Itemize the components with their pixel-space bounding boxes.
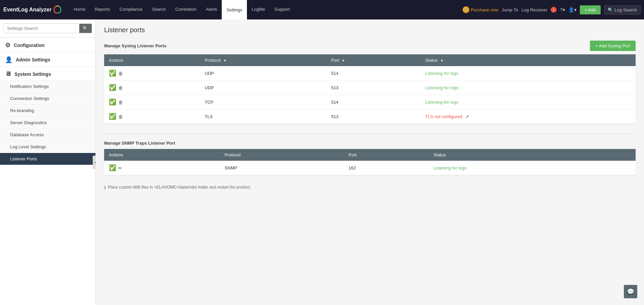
purchase-link[interactable]: 🛒 Purchase now	[463, 6, 498, 13]
search-icon: 🔍	[83, 26, 88, 31]
sidebar-section-admin-settings[interactable]: 👤 Admin Settings	[0, 52, 95, 66]
delete-icon[interactable]: 🗑	[118, 71, 123, 76]
info-icon: ℹ	[104, 185, 106, 190]
sidebar-item-re-branding[interactable]: Re-branding	[0, 105, 95, 117]
enable-icon[interactable]: ✅	[109, 70, 116, 77]
snmp-section-title: Manage SNMP Traps Listener Port	[104, 141, 175, 146]
nav-logme[interactable]: LogMe	[247, 0, 270, 19]
purchase-label: Purchase now	[471, 7, 498, 12]
table-row: ✅🗑TLS513TLS not configured ↗	[104, 109, 636, 124]
configuration-icon: ⚙	[5, 42, 10, 49]
nav-correlation[interactable]: Correlation	[171, 0, 202, 19]
sidebar-section-system-settings[interactable]: 🖥 System Settings	[0, 66, 95, 81]
nav-alerts[interactable]: Alerts	[201, 0, 222, 19]
delete-icon[interactable]: 🗑	[118, 114, 123, 119]
add-syslog-port-button[interactable]: + Add Syslog Port	[590, 41, 636, 51]
log-search-btn[interactable]: 🔍 Log Search	[604, 5, 641, 14]
enable-icon[interactable]: ✅	[109, 99, 116, 105]
snmp-table-header: Actions Protocol Port Status	[104, 149, 636, 161]
user-btn[interactable]: 👤▾	[568, 7, 576, 12]
sidebar-item-log-level-settings[interactable]: Log Level Settings	[0, 141, 95, 153]
port-sort-icon: ▼	[342, 59, 345, 62]
actions-cell: ✅🗑	[104, 66, 200, 81]
edit-icon[interactable]: ✏	[118, 165, 122, 171]
settings-search-button[interactable]: 🔍	[79, 24, 92, 33]
status-text: Listening for logs	[433, 165, 466, 170]
status-text: TLS not configured	[425, 114, 462, 119]
syslog-table: Actions Protocol ▼ Port ▼ Status ▼	[104, 54, 636, 123]
syslog-section-title: Manage Syslog Listener Ports	[104, 43, 167, 48]
protocol-cell: TCP	[200, 95, 327, 109]
app-logo[interactable]: EventLog Analyzer	[3, 5, 62, 14]
enable-icon[interactable]: ✅	[109, 113, 116, 120]
notification-badge[interactable]: 1	[551, 7, 557, 13]
help-btn[interactable]: ?▾	[560, 7, 565, 12]
protocol-cell: TLS	[200, 109, 327, 124]
status-cell: TLS not configured ↗	[421, 109, 636, 124]
sidebar-section-configuration[interactable]: ⚙ Configuration	[0, 38, 95, 52]
main-content: Listener ports Manage Syslog Listener Po…	[96, 19, 644, 305]
status-text: Listening for logs	[425, 85, 458, 90]
enable-icon[interactable]: ✅	[109, 84, 116, 91]
table-row: ✅🗑TCP514Listening for logs	[104, 95, 636, 109]
nav-support[interactable]: Support	[270, 0, 295, 19]
sidebar-search-area: 🔍	[0, 19, 95, 38]
sidebar-item-notification-settings[interactable]: Notification Settings	[0, 81, 95, 93]
sidebar-item-listener-ports[interactable]: Listener Ports	[0, 153, 95, 165]
external-link-icon[interactable]: ↗	[465, 114, 469, 119]
add-button[interactable]: + Add	[580, 5, 601, 14]
nav-reports[interactable]: Reports	[90, 0, 115, 19]
sidebar-search-wrap: 🔍	[3, 23, 92, 33]
snmp-col-port: Port	[344, 149, 429, 161]
status-text: Listening for logs	[425, 71, 458, 76]
layout: 🔍 ⚙ Configuration 👤 Admin Settings 🖥 Sys…	[0, 19, 644, 305]
settings-search-input[interactable]	[4, 24, 79, 33]
snmp-col-protocol: Protocol	[220, 149, 344, 161]
admin-settings-label: Admin Settings	[16, 57, 50, 62]
table-row: ✅🗑UDP513Listening for logs	[104, 81, 636, 95]
enable-icon[interactable]: ✅	[109, 164, 116, 171]
table-row: ✅✏SNMP162Listening for logs	[104, 161, 636, 175]
jump-to-btn[interactable]: Jump To	[502, 7, 518, 12]
snmp-table-body: ✅✏SNMP162Listening for logs	[104, 161, 636, 175]
status-text: Listening for logs	[425, 100, 458, 105]
port-cell: 514	[327, 66, 421, 81]
syslog-section-header: Manage Syslog Listener Ports + Add Syslo…	[104, 41, 636, 51]
topbar-right: 🛒 Purchase now Jump To Log Receiver 1 ?▾…	[463, 5, 641, 14]
actions-cell: ✅🗑	[104, 109, 200, 124]
sidebar-item-connection-settings[interactable]: Connection Settings	[0, 93, 95, 105]
snmp-note-text: Place custom MIB files in <ELAHOME>/data…	[108, 185, 251, 190]
port-cell: 513	[327, 109, 421, 124]
admin-icon: 👤	[5, 56, 12, 63]
nav-settings[interactable]: Settings	[222, 0, 247, 19]
nav-home[interactable]: Home	[69, 0, 90, 19]
status-cell: Listening for logs	[421, 81, 636, 95]
col-port[interactable]: Port ▼	[327, 54, 421, 66]
snmp-col-status: Status	[429, 149, 636, 161]
port-cell: 162	[344, 161, 429, 175]
protocol-cell: UDP	[200, 81, 327, 95]
protocol-cell: SNMP	[220, 161, 344, 175]
topbar: EventLog Analyzer Home Reports Complianc…	[0, 0, 644, 19]
nav-search[interactable]: Search	[147, 0, 170, 19]
status-cell: Listening for logs	[421, 95, 636, 109]
sidebar-item-server-diagnostics[interactable]: Server Diagnostics	[0, 117, 95, 129]
log-receiver-btn[interactable]: Log Receiver	[521, 7, 547, 12]
delete-icon[interactable]: 🗑	[118, 85, 123, 91]
col-status[interactable]: Status ▼	[421, 54, 636, 66]
page-title: Listener ports	[104, 26, 636, 34]
col-actions: Actions	[104, 54, 200, 66]
section-divider	[104, 134, 636, 134]
sidebar-collapse-handle[interactable]: ◀	[93, 156, 96, 169]
svg-point-0	[57, 5, 58, 7]
main-nav: Home Reports Compliance Search Correlati…	[69, 0, 463, 19]
sidebar-item-database-access[interactable]: Database Access	[0, 129, 95, 141]
port-cell: 514	[327, 95, 421, 109]
configuration-label: Configuration	[14, 43, 45, 48]
col-protocol[interactable]: Protocol ▼	[200, 54, 327, 66]
delete-icon[interactable]: 🗑	[118, 100, 123, 105]
status-cell: Listening for logs	[421, 66, 636, 81]
chat-button[interactable]: 💬	[624, 285, 637, 298]
nav-compliance[interactable]: Compliance	[115, 0, 147, 19]
purchase-icon: 🛒	[463, 6, 469, 13]
